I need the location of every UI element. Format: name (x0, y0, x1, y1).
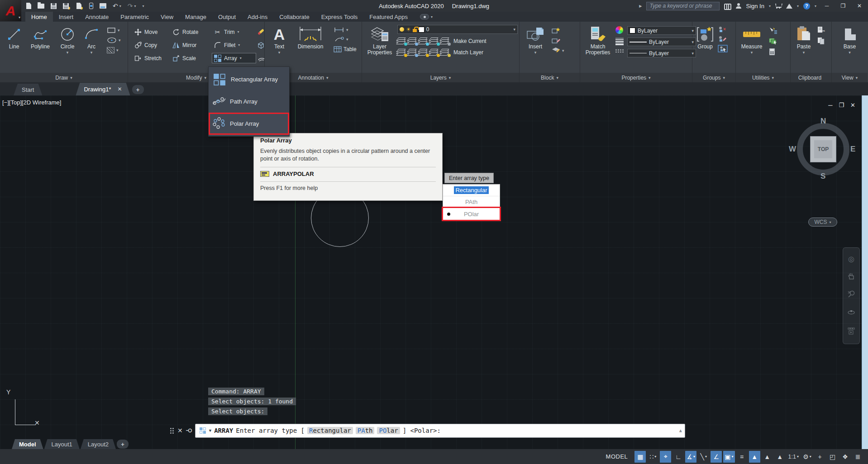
dimension-button[interactable]: Dimension (293, 24, 328, 73)
ribbon-options-button[interactable]: ▾ (420, 12, 433, 22)
ungroup-button[interactable]: × (718, 26, 730, 33)
calculator-button[interactable] (768, 48, 779, 56)
tab-parametric[interactable]: Parametric (114, 12, 155, 22)
tab-home[interactable]: Home (25, 12, 53, 22)
array-button[interactable]: Array▾ (212, 53, 256, 63)
quick-calculator-button[interactable] (768, 38, 779, 45)
navigation-wheel-icon[interactable]: ◎ (848, 255, 854, 263)
polyline-button[interactable]: Polyline (27, 24, 53, 73)
dynamic-input-button[interactable]: ⌖ (660, 451, 671, 463)
viewcube-east[interactable]: E (850, 145, 855, 154)
layout1-tab[interactable]: Layout1 (44, 439, 80, 449)
annotation-scale-icon-button[interactable]: ▲ (774, 451, 786, 463)
file-tab-drawing1[interactable]: Drawing1* (76, 83, 130, 95)
insert-button[interactable]: Insert (524, 24, 547, 73)
object-color-select[interactable]: ByLayer (627, 26, 696, 35)
viewport-controls[interactable]: [−][Top][2D Wireframe] (2, 99, 61, 106)
layer-unisolate-button[interactable] (397, 48, 406, 57)
isometric-drafting-button[interactable]: ╲ (698, 451, 709, 463)
trim-dropdown-icon[interactable]: ▾ (238, 30, 239, 34)
fillet-button[interactable]: Fillet▾ (212, 40, 256, 50)
command-customize-icon[interactable] (185, 428, 193, 433)
command-close-icon[interactable] (177, 427, 183, 434)
help-dropdown-icon[interactable]: ▾ (815, 4, 816, 8)
viewcube-top-face[interactable]: TOP (810, 136, 836, 162)
trim-button[interactable]: ✂Trim▾ (212, 27, 256, 37)
ellipse-button[interactable] (107, 37, 121, 43)
open-file-button[interactable] (38, 4, 44, 9)
layer-thaw-all-button[interactable] (408, 48, 417, 57)
properties-panel-label[interactable]: Properties (580, 73, 692, 82)
measure-button[interactable]: Measure (739, 24, 765, 73)
tab-manage[interactable]: Manage (179, 12, 212, 22)
viewcube-west[interactable]: W (789, 145, 796, 154)
layers-panel-label[interactable]: Layers (362, 73, 519, 82)
option-polar[interactable]: POlar (377, 427, 400, 434)
model-space-button[interactable]: MODEL (606, 453, 634, 460)
tab-insert[interactable]: Insert (53, 12, 80, 22)
base-button[interactable]: Base (838, 24, 862, 73)
sign-in-dropdown-icon[interactable]: ▾ (769, 4, 771, 8)
show-motion-icon[interactable] (847, 327, 855, 337)
restore-button[interactable]: ❐ (837, 3, 849, 9)
command-drag-handle[interactable] (170, 428, 174, 434)
autocad-logo[interactable]: A▾ (0, 0, 21, 21)
linetype-select[interactable]: ByLayer (627, 49, 696, 57)
save-to-web-button[interactable] (89, 3, 93, 9)
drawing-minimize-button[interactable]: ─ (828, 102, 832, 109)
zoom-icon[interactable] (847, 290, 855, 300)
object-snap-tracking-button[interactable]: ∠ (711, 451, 722, 463)
layer-properties-button[interactable]: Layer Properties (365, 24, 395, 73)
close-button[interactable]: ✕ (854, 3, 865, 9)
search-icon[interactable] (724, 4, 731, 8)
mirror-button[interactable]: Mirror (171, 40, 212, 50)
save-button[interactable] (51, 3, 57, 9)
tab-annotate[interactable]: Annotate (79, 12, 114, 22)
navigation-bar[interactable]: ◎ (843, 247, 860, 344)
wcs-selector[interactable]: WCS (808, 218, 837, 227)
linear-dimension-button[interactable] (334, 27, 358, 33)
viewcube[interactable]: N S W E TOP (792, 118, 854, 180)
clean-screen-button[interactable]: ❖ (839, 451, 851, 463)
line-button[interactable]: Line (4, 24, 24, 73)
annotation-monitor-button[interactable]: + (814, 451, 825, 463)
group-edit-button[interactable] (718, 35, 730, 42)
viewcube-north[interactable]: N (820, 117, 826, 126)
cut-button[interactable]: ✂ (817, 26, 828, 33)
redo-button[interactable]: ↷▾ (128, 3, 136, 9)
quick-select-button[interactable] (768, 27, 779, 34)
polar-array-item[interactable]: Polar Array (209, 113, 289, 135)
vertical-scrollbar[interactable] (862, 95, 868, 449)
object-snap-button[interactable]: ▣ (723, 451, 734, 463)
option-path[interactable]: PAth (356, 427, 375, 434)
edit-block-button[interactable] (551, 37, 564, 44)
ribbon-options-dropdown-icon[interactable]: ▾ (431, 15, 433, 19)
drawing-close-button[interactable]: ✕ (850, 102, 855, 109)
undo-dropdown-icon[interactable]: ▾ (119, 4, 121, 8)
grid-display-button[interactable]: ▦ (634, 451, 646, 463)
store-cart-icon[interactable] (775, 3, 782, 9)
groups-panel-label[interactable]: Groups (692, 73, 735, 82)
viewcube-south[interactable]: S (820, 172, 825, 181)
block-panel-label[interactable]: Block (520, 73, 580, 82)
layer-sun-button[interactable] (419, 48, 428, 57)
view-panel-label[interactable]: View (832, 73, 868, 82)
text-button[interactable]: A Text (269, 24, 289, 73)
rotate-button[interactable]: Rotate (171, 27, 212, 37)
search-expand-icon[interactable]: ▶ (639, 4, 642, 8)
pan-icon[interactable] (847, 272, 855, 282)
tab-express-tools[interactable]: Express Tools (315, 12, 364, 22)
match-layer-button[interactable]: Match Layer (453, 49, 518, 56)
lineweight-select[interactable]: ByLayer (627, 38, 696, 46)
scale-button[interactable]: Scale (171, 53, 212, 63)
define-attributes-button[interactable] (551, 47, 564, 54)
customize-qat-button[interactable]: ▾ (143, 4, 144, 8)
new-file-button[interactable] (26, 3, 31, 9)
circle-button[interactable]: Circle (56, 24, 79, 73)
autodesk-app-icon[interactable] (786, 4, 792, 9)
minimize-button[interactable]: ─ (821, 3, 833, 9)
ortho-mode-button[interactable]: ∟ (672, 451, 684, 463)
tab-view[interactable]: View (155, 12, 179, 22)
option-rectangular[interactable]: Rectangular (307, 427, 353, 434)
annotation-visibility-button[interactable]: ▲ (749, 451, 760, 463)
